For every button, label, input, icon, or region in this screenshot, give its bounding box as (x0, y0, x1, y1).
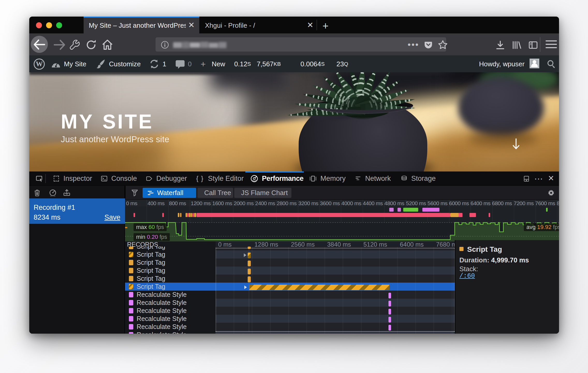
svg-text:W: W (36, 60, 43, 68)
